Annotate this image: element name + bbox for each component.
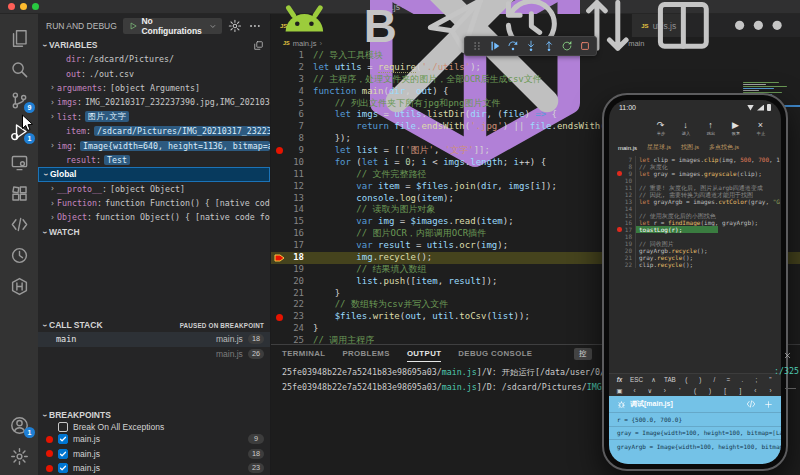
phone-key[interactable]: TAB [664,376,676,383]
variable-row-Object[interactable]: ›Object:function Object() { [native code… [38,210,270,224]
phone-key[interactable]: ESC [630,376,643,383]
line-gutter[interactable]: 21 [271,288,313,300]
more-actions-button[interactable] [248,19,262,33]
line-gutter[interactable]: 23 [271,311,313,323]
activity-extensions-button[interactable] [0,178,38,209]
exceptions-checkbox[interactable] [58,422,68,432]
activity-account-button[interactable]: 1 [0,410,38,441]
variable-row-out[interactable]: out:./out.csv [38,66,270,80]
line-gutter[interactable]: 8 [271,133,313,145]
line-gutter[interactable]: 22 [271,299,313,311]
phone-跳出-button[interactable]: ↑跳出 [702,120,719,136]
phone-key[interactable]: / [711,376,718,383]
step-into-button[interactable] [523,39,538,54]
plus-icon[interactable] [764,400,773,409]
phone-key[interactable]: ( [683,376,690,383]
variable-row-dir[interactable]: dir:/sdcard/Pictures/ [38,52,270,66]
phone-code-line-16[interactable]: 16let r = findImage(img, grayArgb); [609,219,781,226]
expand-chevron-icon[interactable]: › [48,98,57,107]
variable-row-result[interactable]: result:Test [38,153,270,167]
phone-中止-button[interactable]: ×中止 [752,120,769,136]
phone-key[interactable]: ) [707,387,714,394]
code-line-2[interactable]: 2let utils = require('./utils'); [271,62,800,74]
phone-code-line-22[interactable]: 22clip.recycle(); [609,261,781,268]
phone-key[interactable]: ‹ [631,387,638,394]
line-gutter[interactable]: 19 [271,264,313,276]
phone-code-line-20[interactable]: 20grayArgb.recycle(); [609,247,781,254]
phone-code-line-15[interactable]: 15// 使用灰度化后的小图找色 [609,212,781,219]
open-panel-icon[interactable] [253,40,264,51]
activity-explorer-button[interactable] [0,23,38,54]
phone-key[interactable]: ‹ [752,387,759,394]
phone-恢复-button[interactable]: ▶恢复 [727,120,744,136]
phone-code-line-17[interactable]: 17toastLog(r); [609,226,781,233]
call-stack-frame[interactable]: mainmain.js18 [38,332,270,347]
line-gutter[interactable]: 25 [271,335,313,344]
panel-filter-button[interactable]: 控 [574,348,592,360]
phone-key[interactable]: ; [753,376,760,383]
line-gutter[interactable]: 10 [271,157,313,169]
line-gutter[interactable]: 3 [271,74,313,86]
phone-key[interactable]: ) [697,376,704,383]
panel-tab-problems[interactable]: PROBLEMS [342,345,389,362]
activity-remote-device-button[interactable] [0,147,38,178]
expand-chevron-icon[interactable]: › [48,112,57,121]
phone-code-line-21[interactable]: 21gray.recycle(); [609,254,781,261]
phone-key[interactable]: › [661,387,668,394]
continue-button[interactable] [487,39,502,54]
variable-row-Function[interactable]: ›Function:function Function() { [native … [38,196,270,210]
line-gutter[interactable]: 6 [271,109,313,121]
activity-search-button[interactable] [0,54,38,85]
variables-section-header[interactable]: › VARIABLES [38,38,270,52]
phone-key[interactable]: . [739,376,746,383]
line-gutter[interactable]: 12 [271,181,313,193]
panel-tab-debug-console[interactable]: DEBUG CONSOLE [458,345,532,362]
breakpoints-section-header[interactable]: › BREAKPOINTS [38,408,270,422]
global-scope-row[interactable]: ›Global [38,167,270,181]
line-gutter[interactable]: 20 [271,276,313,288]
call-stack-section-header[interactable]: › CALL STACK PAUSED ON BREAKPOINT [38,318,270,332]
phone-key[interactable]: = [725,376,732,383]
phone-key[interactable]: ∨ [646,387,653,394]
line-gutter[interactable]: 17 [271,240,313,252]
code-line-3[interactable]: 3// 主程序，处理文件夹的图片，全部OCR后生成csv文件 [271,74,800,86]
phone-key[interactable]: [ [722,387,729,394]
variable-row-proto[interactable]: ›__proto__:[object Object] [38,182,270,196]
panel-tab-terminal[interactable]: TERMINAL [282,345,325,362]
phone-tab-0[interactable]: main.js [618,145,637,151]
phone-code-line-14[interactable]: 14 [609,205,781,212]
activity-source-control-button[interactable]: 9 [0,85,38,116]
activity-settings-button[interactable] [0,441,38,472]
activity-run-circle-button[interactable] [0,240,38,271]
breakpoint-dot-icon[interactable] [276,314,283,321]
phone-tab-2[interactable]: 找图.js [681,143,699,152]
debug-settings-button[interactable] [228,19,242,33]
activity-code-tags-button[interactable] [0,209,38,240]
phone-tab-1[interactable]: 星星球.js [647,143,671,152]
window-controls[interactable] [8,3,39,10]
activity-run-debug-button[interactable]: 1 [0,116,38,147]
line-gutter[interactable]: 24 [271,323,313,335]
variable-row-item[interactable]: item:/sdcard/Pictures/IMG_20210317_23223… [38,124,270,138]
phone-code-line-7[interactable]: 7let clip = images.clip(img, 500, 700, 1 [609,156,781,163]
breakpoint-row[interactable]: main.js18 [38,447,270,462]
breakpoint-checkbox[interactable] [58,434,68,444]
expand-chevron-icon[interactable]: › [48,213,57,222]
phone-进入-button[interactable]: ↓进入 [677,120,694,136]
phone-code-line-8[interactable]: 8// 灰度化 [609,163,781,170]
minimize-window-button[interactable] [20,3,27,10]
phone-code-line-10[interactable]: 10 [609,177,781,184]
expand-chevron-icon[interactable]: › [48,199,57,208]
breakpoint-row[interactable]: main.js23 [38,461,270,475]
expand-chevron-icon[interactable]: › [48,184,57,193]
close-panel-icon[interactable] [783,351,792,360]
variable-row-arguments[interactable]: ›arguments:[object Arguments] [38,81,270,95]
expand-chevron-icon[interactable]: › [48,141,57,150]
code-tags-icon[interactable] [746,399,756,409]
phone-key-save[interactable]: ▣ [616,387,623,394]
line-gutter[interactable]: 15 [271,216,313,228]
phone-key[interactable]: fx [616,376,623,383]
phone-tab-3[interactable]: 多点找色.js [709,143,739,152]
phone-单步-button[interactable]: ↷单步 [652,120,669,136]
restart-button[interactable] [559,39,574,54]
